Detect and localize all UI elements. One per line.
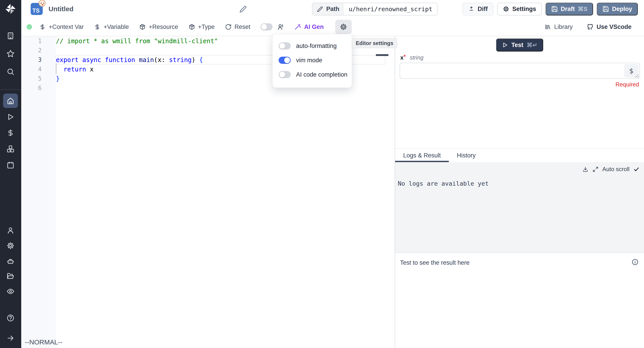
info-icon[interactable]	[632, 258, 639, 266]
gear-icon	[503, 6, 510, 12]
settings-gear-icon[interactable]	[6, 242, 14, 250]
argument-label: x*string	[400, 54, 424, 61]
tab-history[interactable]: History	[449, 149, 484, 162]
use-vscode-label: Use VScode	[596, 24, 632, 31]
diff-icon	[468, 6, 475, 12]
dollar-icon	[94, 24, 100, 30]
path-field[interactable]: Path u/henri/renowned_script	[312, 3, 438, 16]
library-icon	[544, 24, 551, 30]
code-text: // import * as wmill from "windmill-clie…	[56, 37, 218, 45]
editor-settings-dropdown: auto-formatting vim mode AI code complet…	[272, 34, 352, 88]
ai-code-completion-toggle[interactable]	[278, 71, 291, 78]
multiplayer-group	[260, 23, 285, 31]
folders-icon[interactable]	[6, 272, 14, 280]
help-icon[interactable]	[6, 314, 14, 322]
schedules-calendar-icon[interactable]	[6, 161, 14, 169]
result-placeholder: Test to see the result here	[400, 259, 470, 266]
settings-button[interactable]: Settings	[497, 3, 542, 16]
library-button[interactable]: Library	[544, 24, 573, 31]
code-text: return x	[56, 66, 94, 73]
edit-summary-pencil-icon[interactable]	[239, 5, 247, 13]
save-icon	[551, 6, 558, 12]
auto-formatting-label: auto-formatting	[296, 43, 337, 50]
topbar-actions: Diff Settings Draft ⌘S Deploy	[462, 3, 638, 16]
tab-logs-result[interactable]: Logs & Result	[395, 149, 449, 162]
sidebar-divider	[0, 89, 21, 90]
runs-play-icon[interactable]	[6, 113, 14, 121]
required-asterisk: *	[404, 53, 406, 60]
use-vscode-button[interactable]: Use VScode	[586, 23, 632, 31]
code-text: export async function main(x: string) {	[56, 56, 203, 64]
dollar-icon	[39, 24, 46, 30]
home-icon[interactable]	[6, 97, 14, 105]
add-context-var-label: +Context Var	[49, 24, 84, 31]
package-icon	[139, 24, 146, 30]
star-icon[interactable]	[6, 50, 14, 58]
package-icon	[188, 24, 195, 30]
editor-toolbar: +Context Var +Variable +Resource +Type R…	[21, 18, 644, 36]
building-icon[interactable]	[6, 32, 14, 40]
windmill-logo-icon[interactable]	[4, 3, 17, 15]
reset-button[interactable]: Reset	[225, 24, 250, 31]
diff-button[interactable]: Diff	[462, 3, 493, 16]
add-resource-label: +Resource	[149, 24, 178, 31]
sidebar	[0, 0, 21, 348]
resources-boxes-icon[interactable]	[6, 145, 14, 153]
line-number: 4	[21, 66, 56, 73]
variables-dollar-icon[interactable]	[6, 129, 14, 137]
vim-mode-row[interactable]: vim mode	[278, 53, 352, 67]
user-icon[interactable]	[6, 226, 14, 235]
typescript-language-badge[interactable]: TS	[31, 3, 43, 15]
add-resource-button[interactable]: +Resource	[139, 24, 178, 31]
add-context-var-button[interactable]: +Context Var	[39, 24, 84, 31]
edit-path-pencil-icon	[317, 6, 323, 12]
add-type-label: +Type	[198, 24, 215, 31]
argument-input[interactable]: $	[400, 63, 640, 79]
auto-scroll-check-icon[interactable]	[633, 166, 640, 172]
rotate-icon	[225, 24, 232, 30]
auto-formatting-row[interactable]: auto-formatting	[278, 39, 352, 53]
path-value: u/henri/renowned_script	[344, 3, 438, 15]
editor-settings-tooltip: Editor settings	[352, 38, 397, 48]
audit-eye-icon[interactable]	[6, 287, 14, 295]
reset-label: Reset	[234, 24, 250, 31]
connection-status-dot	[26, 24, 32, 30]
required-note: Required	[616, 81, 639, 88]
ai-code-completion-label: AI code completion	[296, 71, 348, 78]
ai-gen-button[interactable]: AI Gen	[294, 23, 324, 31]
magic-wand-icon	[294, 23, 301, 31]
multiplayer-toggle[interactable]	[260, 23, 272, 31]
insert-variable-dollar-button[interactable]: $	[624, 64, 638, 77]
path-label: Path	[326, 6, 340, 13]
ai-gen-label: AI Gen	[304, 24, 324, 31]
gear-icon	[340, 23, 347, 31]
search-icon[interactable]	[6, 68, 14, 76]
auto-formatting-toggle[interactable]	[278, 42, 291, 50]
topbar: TS Untitled Path u/henri/renowned_script…	[21, 0, 644, 18]
line-number: 6	[21, 85, 56, 91]
overview-ruler-cursor-mark	[376, 54, 388, 56]
diff-label: Diff	[478, 6, 488, 13]
workspace-emoji-icon	[39, 0, 46, 7]
no-logs-message: No logs are available yet	[398, 180, 488, 187]
editor-settings-button[interactable]	[335, 20, 352, 34]
download-logs-icon[interactable]	[582, 166, 588, 172]
toolbar-right: Library Use VScode	[544, 23, 644, 31]
add-variable-button[interactable]: +Variable	[94, 24, 129, 31]
expand-sidebar-arrow-icon[interactable]	[6, 334, 14, 342]
add-type-button[interactable]: +Type	[188, 24, 215, 31]
expand-logs-icon[interactable]	[592, 166, 598, 172]
dollar-button-label: $	[629, 67, 634, 75]
workers-bot-icon[interactable]	[6, 257, 14, 265]
run-panel: Test ⌘↵ x*string $ Required L	[395, 36, 644, 348]
line-number: 3	[21, 56, 56, 63]
script-title: Untitled	[48, 5, 74, 13]
ai-code-completion-row[interactable]: AI code completion	[278, 67, 352, 82]
vim-mode-toggle[interactable]	[278, 57, 291, 64]
line-number: 1	[21, 38, 56, 44]
test-button[interactable]: Test ⌘↵	[496, 39, 543, 52]
deploy-button[interactable]: Deploy	[597, 3, 638, 16]
draft-button[interactable]: Draft ⌘S	[546, 3, 593, 16]
deploy-label: Deploy	[612, 6, 632, 13]
result-tabs: Logs & Result History	[395, 148, 644, 162]
